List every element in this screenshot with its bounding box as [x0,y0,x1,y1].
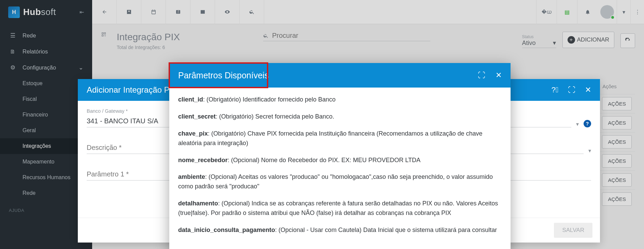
parameters-modal: Parâmetros Disponíveis ⛶ ✕ client_id: (O… [169,63,511,249]
parameters-list: client_id: (Obrigatório) Identificador f… [169,88,511,249]
param-item: chave_pix: (Obrigatório) Chave PIX forne… [178,129,502,148]
chevron-down-icon: ▾ [576,121,579,127]
param-item: detalhamento: (Opcional) Indica se as co… [178,199,502,218]
save-button[interactable]: SALVAR [554,223,592,238]
close-icon[interactable]: ✕ [585,85,591,94]
modal-title: Parâmetros Disponíveis [178,71,269,80]
fullscreen-icon[interactable]: ⛶ [568,85,575,94]
help-icon[interactable]: ? [584,120,591,127]
chevron-down-icon: ▾ [588,147,591,154]
close-icon[interactable]: ✕ [496,71,502,80]
modal-header: Parâmetros Disponíveis ⛶ ✕ [169,63,511,88]
param-item: nome_recebedor: (Opcional) Nome do Receb… [178,156,502,165]
param-item: client_id: (Obrigatório) Identificador f… [178,95,502,105]
param-item: data_inicio_consulta_pagamento: (Opciona… [178,225,502,235]
fullscreen-icon[interactable]: ⛶ [478,71,485,80]
param-item: client_secret: (Obrigatório) Secret forn… [178,112,502,122]
help-icon[interactable]: ?⃝ [552,85,558,94]
param-item: ambiente: (Opcional) Aceitas os valores … [178,172,502,191]
modal-title: Adicionar Integração PIX [87,85,177,95]
